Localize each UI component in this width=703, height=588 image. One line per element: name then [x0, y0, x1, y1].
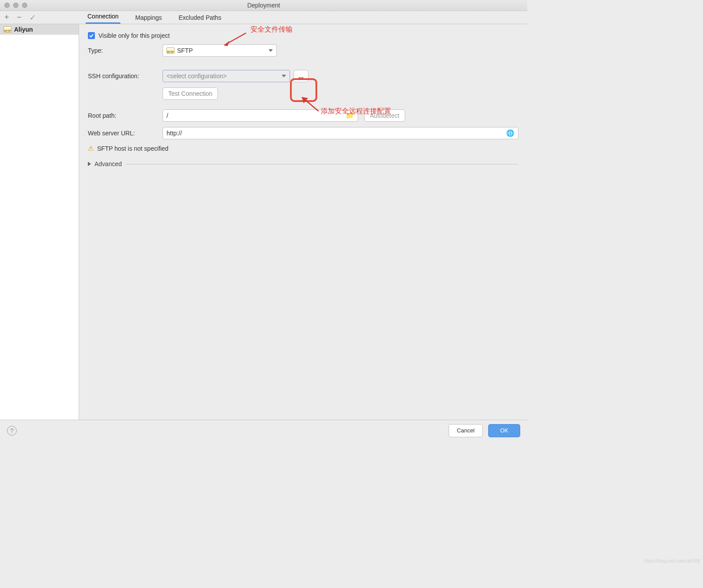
sftp-icon	[4, 26, 11, 33]
chevron-down-icon	[268, 49, 273, 52]
globe-icon[interactable]: 🌐	[506, 129, 515, 137]
tab-connection[interactable]: Connection	[86, 10, 120, 24]
window-title: Deployment	[0, 2, 527, 9]
annotation-arrow-icon	[220, 31, 250, 49]
header: + − ✓ Connection Mappings Excluded Paths	[0, 11, 527, 24]
connection-panel: Visible only for this project Type: SFTP…	[79, 24, 527, 420]
web-server-url-label: Web server URL:	[88, 130, 163, 137]
ok-button[interactable]: OK	[488, 424, 520, 437]
cancel-button[interactable]: Cancel	[449, 424, 483, 437]
chevron-down-icon	[282, 75, 286, 77]
chevron-right-icon	[88, 162, 91, 166]
server-name: Aliyun	[14, 26, 33, 33]
sftp-icon	[167, 47, 174, 54]
remove-server-button[interactable]: −	[17, 13, 22, 22]
ssh-config-label: SSH configuration:	[88, 73, 163, 80]
add-server-button[interactable]: +	[4, 13, 9, 22]
help-icon: ?	[10, 427, 14, 434]
help-button[interactable]: ?	[7, 426, 17, 436]
main: Aliyun Visible only for this project Typ…	[0, 24, 527, 420]
validate-button[interactable]: ✓	[29, 13, 36, 22]
svg-marker-1	[224, 41, 229, 46]
warning-icon: ⚠	[88, 145, 94, 152]
tab-mappings[interactable]: Mappings	[134, 11, 164, 24]
svg-marker-3	[302, 97, 308, 103]
web-server-url-input[interactable]: http:// 🌐	[163, 127, 518, 139]
divider	[125, 164, 518, 164]
server-list: Aliyun	[0, 24, 79, 420]
tabs: Connection Mappings Excluded Paths	[79, 11, 527, 24]
advanced-label: Advanced	[94, 160, 122, 167]
root-path-label: Root path:	[88, 112, 163, 119]
ssh-config-placeholder: <select configuration>	[167, 73, 227, 80]
advanced-section-toggle[interactable]: Advanced	[88, 160, 518, 167]
server-list-toolbar: + − ✓	[0, 11, 79, 24]
test-connection-button[interactable]: Test Connection	[163, 87, 218, 100]
titlebar: Deployment	[0, 0, 527, 11]
annotation-arrow-icon	[297, 94, 323, 116]
type-label: Type:	[88, 47, 163, 54]
dialog-footer: ? Cancel OK	[0, 420, 527, 441]
annotation-secure-transfer: 安全文件传输	[250, 25, 293, 34]
visible-only-checkbox[interactable]	[88, 32, 95, 39]
server-list-item[interactable]: Aliyun	[0, 24, 79, 35]
warning-message: ⚠ SFTP host is not specified	[88, 145, 518, 152]
warning-text: SFTP host is not specified	[97, 145, 168, 152]
tab-excluded-paths[interactable]: Excluded Paths	[177, 11, 223, 24]
annotation-add-ssh: 添加安全远程连接配置	[321, 107, 391, 116]
ssh-config-dropdown[interactable]: <select configuration>	[163, 70, 290, 82]
type-value: SFTP	[177, 47, 193, 54]
visible-only-label: Visible only for this project	[98, 32, 170, 39]
